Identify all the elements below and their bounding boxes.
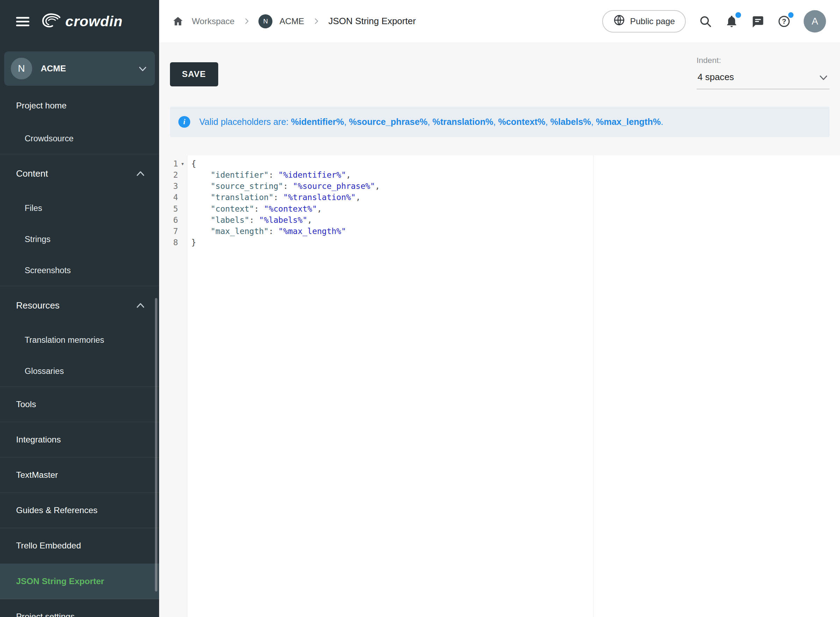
line-number: 3 bbox=[159, 180, 187, 192]
sidebar-item-label: Tools bbox=[16, 399, 36, 409]
indent-label: Indent: bbox=[697, 56, 830, 65]
indent-selected-value: 4 spaces bbox=[698, 72, 734, 83]
code-line[interactable]: { bbox=[191, 158, 840, 169]
breadcrumb-org[interactable]: N ACME bbox=[258, 14, 304, 28]
sidebar-item-label: Project home bbox=[16, 101, 66, 111]
sidebar-item-translation-memories[interactable]: Translation memories bbox=[0, 325, 159, 356]
hamburger-menu-icon[interactable] bbox=[16, 14, 30, 29]
indent-select[interactable]: 4 spaces bbox=[697, 72, 830, 89]
sidebar-item-label: Resources bbox=[16, 300, 59, 311]
sidebar-item-trello-embedded[interactable]: Trello Embedded bbox=[0, 528, 159, 564]
sidebar-item-label: JSON String Exporter bbox=[16, 576, 104, 586]
sidebar-item-label: TextMaster bbox=[16, 470, 58, 480]
sidebar-item-label: Translation memories bbox=[25, 335, 104, 345]
editor-code-area[interactable]: { "identifier": "%identifier%", "source_… bbox=[187, 155, 840, 617]
sidebar-item-guides-references[interactable]: Guides & References bbox=[0, 493, 159, 528]
top-actions: Public page ? A bbox=[602, 10, 826, 32]
breadcrumb-page-title: JSON String Exporter bbox=[329, 16, 416, 27]
crowdin-logo[interactable]: crowdin bbox=[40, 12, 123, 30]
svg-text:?: ? bbox=[782, 17, 786, 25]
sidebar: crowdin N ACME Project homeCrowdsourceCo… bbox=[0, 0, 159, 617]
sidebar-item-label: Project settings bbox=[16, 612, 75, 617]
line-number: 4 bbox=[159, 192, 187, 203]
line-number: 2 bbox=[159, 169, 187, 180]
sidebar-item-resources[interactable]: Resources bbox=[0, 286, 159, 325]
app-window: crowdin N ACME Project homeCrowdsourceCo… bbox=[0, 0, 840, 617]
code-line[interactable]: "max_length": "%max_length%" bbox=[191, 226, 840, 237]
line-number: 1▾ bbox=[159, 158, 187, 169]
banner-text: Valid placeholders are: %identifier%, %s… bbox=[199, 117, 663, 127]
org-avatar: N bbox=[258, 14, 273, 28]
public-page-button[interactable]: Public page bbox=[602, 10, 686, 32]
sidebar-item-project-home[interactable]: Project home bbox=[0, 88, 159, 123]
sidebar-item-label: Strings bbox=[25, 235, 50, 244]
fold-toggle-icon[interactable]: ▾ bbox=[178, 161, 187, 167]
sidebar-item-label: Screenshots bbox=[25, 266, 71, 275]
help-notification-dot bbox=[788, 12, 793, 18]
template-code-editor[interactable]: 1▾2345678 { "identifier": "%identifier%"… bbox=[159, 155, 840, 617]
chevron-up-icon bbox=[137, 171, 144, 176]
sidebar-item-label: Content bbox=[16, 168, 48, 179]
toolbar: SAVE Indent: 4 spaces bbox=[159, 43, 840, 107]
breadcrumb-org-label: ACME bbox=[279, 16, 304, 26]
sidebar-item-label: Integrations bbox=[16, 435, 61, 444]
sidebar-item-label: Glossaries bbox=[25, 366, 63, 376]
sidebar-item-screenshots[interactable]: Screenshots bbox=[0, 255, 159, 286]
chevron-right-icon bbox=[243, 17, 251, 25]
sidebar-item-project-settings[interactable]: Project settings bbox=[0, 599, 159, 617]
sidebar-header: crowdin bbox=[0, 0, 159, 43]
code-line[interactable]: "context": "%context%", bbox=[191, 203, 840, 214]
crowdin-logo-mark-icon bbox=[40, 12, 62, 30]
sidebar-item-glossaries[interactable]: Glossaries bbox=[0, 356, 159, 387]
help-icon[interactable]: ? bbox=[777, 15, 791, 28]
sidebar-menu: Project homeCrowdsourceContentFilesStrin… bbox=[0, 88, 159, 617]
search-icon[interactable] bbox=[699, 15, 712, 28]
sidebar-scrollbar[interactable] bbox=[155, 298, 158, 592]
sidebar-item-label: Trello Embedded bbox=[16, 541, 81, 551]
info-icon: i bbox=[178, 116, 190, 128]
sidebar-item-tools[interactable]: Tools bbox=[0, 387, 159, 422]
workspace-name: ACME bbox=[41, 63, 139, 74]
line-number: 8 bbox=[159, 237, 187, 248]
user-avatar[interactable]: A bbox=[804, 10, 826, 32]
messages-icon[interactable] bbox=[751, 15, 765, 28]
main-content: SAVE Indent: 4 spaces i Valid placeholde… bbox=[159, 43, 840, 617]
sidebar-item-files[interactable]: Files bbox=[0, 193, 159, 224]
code-line[interactable]: "labels": "%labels%", bbox=[191, 214, 840, 226]
sidebar-item-label: Files bbox=[25, 204, 42, 213]
code-line[interactable]: } bbox=[191, 237, 840, 248]
breadcrumb-workspace[interactable]: Workspace bbox=[192, 16, 234, 26]
workspace-avatar: N bbox=[11, 58, 32, 79]
sidebar-item-label: Guides & References bbox=[16, 505, 97, 515]
indent-control: Indent: 4 spaces bbox=[697, 56, 830, 89]
top-bar: Workspace N ACME JSON String Exporter bbox=[159, 0, 840, 43]
crowdin-logo-text: crowdin bbox=[65, 13, 123, 30]
editor-gutter: 1▾2345678 bbox=[159, 155, 187, 617]
chevron-down-icon bbox=[820, 72, 827, 83]
sidebar-item-label: Crowdsource bbox=[25, 134, 74, 143]
placeholders-info-banner: i Valid placeholders are: %identifier%, … bbox=[170, 107, 830, 137]
chevron-up-icon bbox=[137, 303, 144, 308]
sidebar-item-strings[interactable]: Strings bbox=[0, 224, 159, 255]
sidebar-item-crowdsource[interactable]: Crowdsource bbox=[0, 123, 159, 154]
code-line[interactable]: "identifier": "%identifier%", bbox=[191, 169, 840, 180]
public-page-label: Public page bbox=[630, 16, 675, 26]
breadcrumb: Workspace N ACME JSON String Exporter bbox=[172, 14, 416, 28]
home-icon[interactable] bbox=[172, 15, 184, 27]
notification-dot bbox=[735, 12, 741, 18]
code-line[interactable]: "translation": "%translation%", bbox=[191, 192, 840, 203]
line-number: 5 bbox=[159, 203, 187, 214]
sidebar-item-content[interactable]: Content bbox=[0, 154, 159, 193]
chevron-right-icon bbox=[312, 17, 320, 25]
sidebar-item-textmaster[interactable]: TextMaster bbox=[0, 458, 159, 493]
globe-icon bbox=[613, 14, 625, 28]
line-number: 6 bbox=[159, 214, 187, 226]
code-line[interactable]: "source_string": "%source_phrase%", bbox=[191, 180, 840, 192]
sidebar-item-json-string-exporter[interactable]: JSON String Exporter bbox=[0, 564, 159, 599]
notifications-bell-icon[interactable] bbox=[725, 15, 738, 28]
chevron-down-icon bbox=[139, 63, 146, 74]
save-button[interactable]: SAVE bbox=[170, 62, 218, 86]
workspace-selector[interactable]: N ACME bbox=[4, 52, 155, 86]
line-number: 7 bbox=[159, 226, 187, 237]
sidebar-item-integrations[interactable]: Integrations bbox=[0, 422, 159, 458]
